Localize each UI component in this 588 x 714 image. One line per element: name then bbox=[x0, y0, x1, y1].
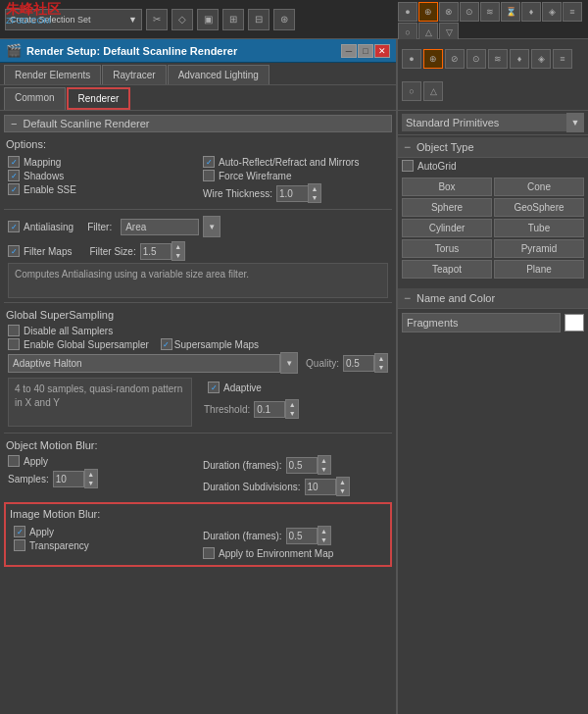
close-button[interactable]: ✕ bbox=[374, 44, 390, 58]
btn-teapot[interactable]: Teapot bbox=[402, 260, 492, 279]
toolbar-icon-2[interactable]: ◇ bbox=[172, 9, 193, 30]
right-icon-4[interactable]: ⊙ bbox=[460, 2, 479, 22]
right-icon-5[interactable]: ≋ bbox=[480, 2, 500, 22]
apply-to-env-checkbox[interactable] bbox=[203, 547, 215, 559]
btn-pyramid[interactable]: Pyramid bbox=[494, 239, 584, 258]
rp-icon-9[interactable]: ○ bbox=[402, 81, 421, 101]
img-duration-input[interactable] bbox=[286, 528, 318, 544]
adaptive-row: Adaptive bbox=[208, 382, 384, 393]
toolbar-icon-6[interactable]: ⊛ bbox=[273, 9, 295, 30]
btn-torus[interactable]: Torus bbox=[402, 239, 492, 258]
wire-thickness-input[interactable] bbox=[276, 185, 308, 202]
tab-render-elements[interactable]: Render Elements bbox=[4, 65, 101, 84]
antialiasing-checkbox[interactable] bbox=[8, 221, 20, 232]
right-icon-9[interactable]: ≡ bbox=[563, 2, 582, 22]
rp-icon-6[interactable]: ♦ bbox=[510, 49, 529, 69]
duration-sub-up[interactable]: ▲ bbox=[337, 478, 349, 486]
tab-renderer[interactable]: Renderer bbox=[67, 87, 131, 110]
filter-maps-checkbox[interactable] bbox=[8, 245, 20, 257]
adaptive-halton-arrow[interactable]: ▼ bbox=[280, 352, 298, 374]
enable-sse-row: Enable SSE bbox=[8, 183, 193, 195]
auto-reflect-checkbox[interactable] bbox=[203, 156, 215, 168]
adaptive-checkbox[interactable] bbox=[208, 382, 220, 393]
right-icon-7[interactable]: ♦ bbox=[521, 2, 541, 22]
img-apply-checkbox[interactable] bbox=[14, 526, 25, 537]
samples-input[interactable] bbox=[53, 471, 84, 487]
force-wireframe-label: Force Wireframe bbox=[219, 171, 291, 181]
filter-size-up[interactable]: ▲ bbox=[172, 242, 184, 251]
right-icon-6[interactable]: ⌛ bbox=[501, 2, 520, 22]
std-primitives-label[interactable]: Standard Primitives bbox=[402, 114, 566, 131]
mapping-checkbox[interactable] bbox=[8, 156, 20, 168]
filter-size-down[interactable]: ▼ bbox=[172, 251, 184, 260]
right-icon-1[interactable]: ● bbox=[398, 2, 417, 22]
rp-icon-4[interactable]: ⊙ bbox=[466, 49, 486, 69]
obj-duration-input[interactable] bbox=[286, 457, 318, 474]
right-icon-2[interactable]: ⊕ bbox=[418, 2, 438, 22]
duration-sub-down[interactable]: ▼ bbox=[337, 486, 349, 495]
toolbar-icon-3[interactable]: ▣ bbox=[197, 9, 219, 30]
filter-dropdown[interactable]: Area bbox=[121, 219, 199, 235]
toolbar-icon-5[interactable]: ⊟ bbox=[248, 9, 270, 30]
autogrid-checkbox[interactable] bbox=[402, 160, 414, 172]
minimize-button[interactable]: ─ bbox=[341, 44, 357, 58]
quality-input[interactable] bbox=[343, 355, 374, 372]
rp-icon-1[interactable]: ● bbox=[402, 49, 421, 69]
wire-thickness-down[interactable]: ▼ bbox=[309, 193, 320, 202]
threshold-input[interactable] bbox=[254, 401, 285, 418]
toolbar-icon-4[interactable]: ⊞ bbox=[222, 9, 244, 30]
object-apply-checkbox[interactable] bbox=[8, 455, 20, 467]
btn-tube[interactable]: Tube bbox=[494, 219, 584, 237]
rp-icon-3[interactable]: ⊘ bbox=[445, 49, 465, 69]
maximize-button[interactable]: □ bbox=[358, 44, 373, 58]
btn-geosphere[interactable]: GeoSphere bbox=[494, 198, 584, 217]
obj-duration-up[interactable]: ▲ bbox=[318, 456, 330, 465]
name-color-minus[interactable]: − bbox=[404, 291, 411, 305]
enable-gss-checkbox[interactable] bbox=[8, 338, 20, 350]
right-icon-3[interactable]: ⊗ bbox=[439, 2, 459, 22]
std-primitives-arrow[interactable]: ▼ bbox=[566, 113, 584, 132]
disable-samplers-checkbox[interactable] bbox=[8, 325, 20, 336]
threshold-down[interactable]: ▼ bbox=[286, 409, 298, 418]
rp-icon-5[interactable]: ≋ bbox=[488, 49, 508, 69]
quality-up[interactable]: ▲ bbox=[375, 354, 387, 363]
create-selection-dropdown[interactable]: Create Selection Set ▼ bbox=[5, 9, 142, 30]
btn-cone[interactable]: Cone bbox=[494, 178, 584, 196]
btn-sphere[interactable]: Sphere bbox=[402, 198, 492, 217]
img-duration-up[interactable]: ▲ bbox=[318, 527, 330, 536]
btn-plane[interactable]: Plane bbox=[494, 260, 584, 279]
wire-thickness-up[interactable]: ▲ bbox=[309, 184, 320, 193]
duration-sub-input[interactable] bbox=[305, 479, 336, 495]
gss-info-box: 4 to 40 samples, quasi-random pattern in… bbox=[8, 378, 192, 427]
name-input[interactable] bbox=[402, 313, 561, 332]
shadows-checkbox[interactable] bbox=[8, 170, 20, 181]
filter-size-input[interactable] bbox=[140, 243, 172, 260]
quality-down[interactable]: ▼ bbox=[375, 363, 387, 372]
btn-box[interactable]: Box bbox=[402, 178, 492, 196]
toolbar-icon-1[interactable]: ✂ bbox=[146, 9, 168, 30]
color-swatch[interactable] bbox=[564, 314, 584, 332]
tab-advanced-lighting[interactable]: Advanced Lighting bbox=[168, 65, 270, 84]
rp-icon-7[interactable]: ◈ bbox=[531, 49, 551, 69]
rp-icon-8[interactable]: ≡ bbox=[553, 49, 572, 69]
auto-reflect-label: Auto-Reflect/Refract and Mirrors bbox=[219, 157, 359, 168]
object-type-minus[interactable]: − bbox=[404, 140, 411, 154]
enable-sse-checkbox[interactable] bbox=[8, 183, 20, 195]
force-wireframe-checkbox[interactable] bbox=[203, 170, 215, 181]
tab-common[interactable]: Common bbox=[4, 87, 66, 110]
rp-icon-2[interactable]: ⊕ bbox=[423, 49, 443, 69]
filter-dropdown-arrow[interactable]: ▼ bbox=[203, 216, 220, 237]
samples-down[interactable]: ▼ bbox=[85, 479, 97, 487]
section-minus-icon[interactable]: − bbox=[11, 118, 17, 129]
samples-up[interactable]: ▲ bbox=[85, 470, 97, 479]
transparency-checkbox[interactable] bbox=[14, 539, 25, 551]
supersample-maps-checkbox[interactable] bbox=[161, 338, 172, 350]
img-duration-down[interactable]: ▼ bbox=[318, 536, 330, 544]
obj-duration-down[interactable]: ▼ bbox=[318, 465, 330, 474]
adaptive-halton-field[interactable]: Adaptive Halton bbox=[8, 354, 280, 373]
tab-raytracer[interactable]: Raytracer bbox=[102, 65, 166, 84]
btn-cylinder[interactable]: Cylinder bbox=[402, 219, 492, 237]
rp-icon-10[interactable]: △ bbox=[423, 81, 443, 101]
right-icon-8[interactable]: ◈ bbox=[542, 2, 562, 22]
threshold-up[interactable]: ▲ bbox=[286, 400, 298, 409]
